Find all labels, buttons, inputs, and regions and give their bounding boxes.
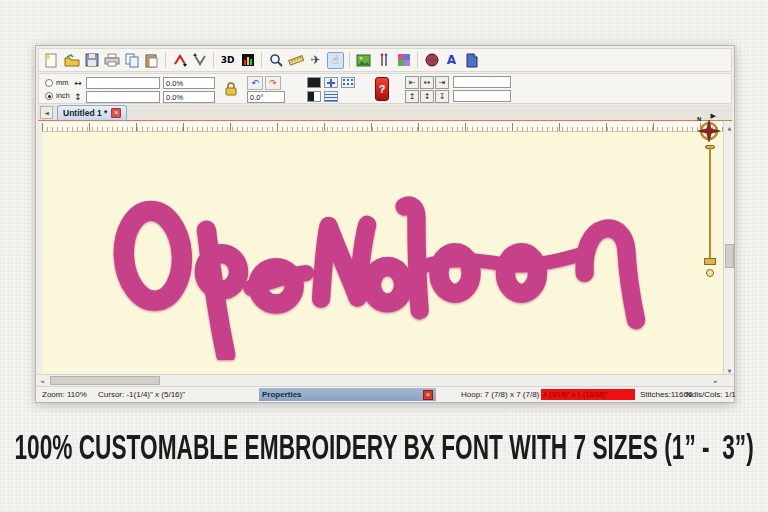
pan-hand-icon[interactable]: ☝ [327, 52, 344, 69]
scroll-right-icon[interactable]: ► [710, 375, 722, 386]
tab-close-button[interactable]: × [111, 108, 121, 118]
horizontal-scroll-thumb[interactable] [50, 376, 160, 385]
stitch-chart-icon[interactable] [239, 52, 256, 69]
thread-palette-icon[interactable] [423, 52, 440, 69]
contrast-view-icon[interactable] [307, 91, 321, 102]
align-bottom-button[interactable]: ↧ [435, 90, 449, 103]
align-center-v-button[interactable]: ↕ [420, 90, 434, 103]
position-y-input[interactable] [453, 90, 511, 102]
mm-radio-label: mm [56, 78, 69, 87]
hoop-plane-icon[interactable]: ✈ [307, 52, 324, 69]
horizontal-scrollbar[interactable]: ◄ ► [36, 374, 734, 386]
toolbar-separator [417, 52, 418, 68]
design-library-icon[interactable] [463, 52, 480, 69]
lettering-icon[interactable]: A [443, 52, 460, 69]
unit-inch-option[interactable]: inch [45, 89, 70, 102]
image-backdrop-icon[interactable] [355, 52, 372, 69]
paste-icon[interactable] [143, 52, 160, 69]
position-x-input[interactable] [453, 76, 511, 88]
unit-mm-option[interactable]: mm [45, 76, 70, 89]
status-needles: Ndls/Cols: 1/1 [686, 390, 736, 399]
caption-area: 100% CUSTOMABLE EMBROIDERY BX FONT WITH … [0, 412, 768, 482]
lettering-a-glyph: A [447, 53, 456, 67]
tab-title: Untitled 1 * [63, 108, 107, 118]
toolbar-separator [349, 52, 350, 68]
align-group: ⇤ ↔ ⇥ ↥ ↕ ↧ [405, 76, 449, 103]
new-document-icon[interactable] [43, 52, 60, 69]
zoom-slider-end[interactable] [706, 269, 714, 277]
density-view-icon[interactable] [324, 91, 338, 102]
status-selection-size: 4 (3/16)" x 1 (13/16)" [541, 389, 635, 400]
zoom-slider-track[interactable] [709, 148, 711, 258]
hand-glyph: ☝ [332, 54, 339, 66]
question-glyph: ? [379, 83, 386, 95]
design-canvas[interactable] [42, 132, 723, 376]
tab-prev-button[interactable]: ◄ [40, 106, 53, 119]
align-top-button[interactable]: ↥ [405, 90, 419, 103]
copy-icon[interactable] [123, 52, 140, 69]
embroidery-design-opendoor[interactable] [95, 188, 695, 360]
status-cursor: Cursor: -1(1/4)" x (5/16)" [98, 390, 185, 399]
height-arrows-icon: ↕ [73, 92, 83, 102]
3d-view-icon[interactable]: 3D [219, 52, 236, 69]
undo-glyph: ↶ [251, 78, 259, 88]
mm-radio[interactable] [45, 79, 53, 87]
caption-text: 100% CUSTOMABLE EMBROIDERY BX FONT WITH … [14, 427, 753, 468]
page-background: 3D ✈ ☝ A mm i [0, 0, 768, 512]
align-left-button[interactable]: ⇤ [405, 76, 419, 89]
help-icon[interactable]: ? [375, 77, 389, 101]
undo-button[interactable]: ↶ [247, 76, 263, 90]
rotation-input[interactable] [247, 91, 285, 103]
view-icons-row2 [307, 91, 338, 102]
fit-hoop-icon[interactable] [324, 77, 338, 88]
horizontal-ruler [42, 122, 723, 132]
document-tabbar: ◄ Untitled 1 * × ▶ [38, 105, 732, 121]
applique-icon[interactable] [395, 52, 412, 69]
print-icon[interactable] [103, 52, 120, 69]
compass-north-label: N [697, 116, 701, 122]
scroll-left-icon[interactable]: ◄ [36, 375, 48, 386]
inch-radio[interactable] [45, 92, 53, 100]
properties-panel-bar[interactable]: Properties × [259, 388, 436, 401]
scroll-up-icon[interactable]: ▲ [724, 122, 735, 133]
undo-redo-group: ↶ ↷ [247, 76, 281, 90]
align-center-h-button[interactable]: ↔ [420, 76, 434, 89]
redo-button[interactable]: ↷ [265, 76, 281, 90]
redo-glyph: ↷ [269, 78, 277, 88]
view-icons-row1 [307, 77, 355, 88]
needle-points-icon[interactable] [375, 52, 392, 69]
zoom-slider-handle[interactable] [704, 258, 716, 265]
properties-toolbar: mm inch ↔ ↕ [38, 73, 732, 104]
vertical-scrollbar[interactable]: ▲ ▼ [723, 122, 734, 376]
width-percent-input[interactable] [163, 77, 215, 89]
zoom-tool-icon[interactable] [267, 52, 284, 69]
3d-view-label: 3D [221, 55, 235, 65]
toolbar-separator [213, 52, 214, 68]
units-group: mm inch [45, 76, 70, 102]
grid-toggle-icon[interactable] [341, 77, 355, 88]
ruler-tool-icon[interactable] [287, 52, 304, 69]
status-hoop: Hoop: 7 (7/8) x 7 (7/8) [461, 390, 539, 399]
tab-untitled-1[interactable]: Untitled 1 * × [57, 105, 127, 120]
status-zoom: Zoom: 110% [42, 390, 87, 399]
width-input[interactable] [86, 77, 160, 89]
status-bar: Zoom: 110% Cursor: -1(1/4)" x (5/16)" Pr… [36, 386, 734, 402]
status-stitches: Stitches:11666 [640, 390, 692, 399]
height-input[interactable] [86, 91, 160, 103]
lock-ratio-icon[interactable] [223, 81, 239, 101]
height-percent-input[interactable] [163, 91, 215, 103]
stitch-back-icon[interactable] [191, 52, 208, 69]
stitch-forward-icon[interactable] [171, 52, 188, 69]
inch-radio-label: inch [56, 91, 70, 100]
plane-glyph: ✈ [310, 54, 320, 66]
vertical-scroll-thumb[interactable] [725, 244, 734, 268]
properties-close-button[interactable]: × [423, 390, 433, 400]
main-toolbar: 3D ✈ ☝ A [38, 48, 732, 72]
align-right-button[interactable]: ⇥ [435, 76, 449, 89]
properties-label: Properties [262, 390, 302, 399]
open-folder-icon[interactable] [63, 52, 80, 69]
size-group: ↔ ↕ [73, 76, 215, 104]
toolbar-separator [165, 52, 166, 68]
stitch-view-icon[interactable] [307, 77, 321, 88]
save-icon[interactable] [83, 52, 100, 69]
